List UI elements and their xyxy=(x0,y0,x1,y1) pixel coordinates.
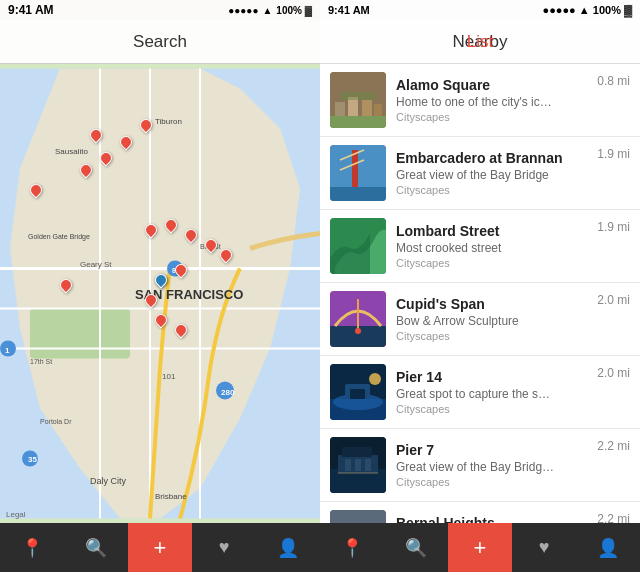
svg-text:17th St: 17th St xyxy=(30,358,52,365)
svg-point-49 xyxy=(369,373,381,385)
tab-search-left[interactable]: 🔍 xyxy=(64,523,128,572)
profile-icon-left: 👤 xyxy=(277,537,299,559)
map-pin-2[interactable] xyxy=(140,119,152,133)
tab-add-left[interactable]: + xyxy=(128,523,192,572)
nav-title-left: Search xyxy=(133,32,187,52)
wifi-icon-left: ▲ xyxy=(262,5,272,16)
map-pin-10[interactable] xyxy=(220,249,232,263)
list-item-alamo[interactable]: Alamo Square Home to one of the city's i… xyxy=(320,64,640,137)
map-pin-center[interactable] xyxy=(155,274,167,288)
bottom-tab-bar-left: 📍 🔍 + ♥ 👤 xyxy=(0,523,320,572)
map-pin-4[interactable] xyxy=(80,164,92,178)
map-pin-13[interactable] xyxy=(155,314,167,328)
item-name-pier14: Pier 14 xyxy=(396,369,593,385)
map-pin-12[interactable] xyxy=(145,294,157,308)
left-panel: 9:41 AM ●●●●● ▲ 100% ▓ Search xyxy=(0,0,320,572)
favorites-icon-left: ♥ xyxy=(219,537,230,558)
map-pin-15[interactable] xyxy=(30,184,42,198)
svg-rect-57 xyxy=(345,459,351,471)
map-pin-11[interactable] xyxy=(175,264,187,278)
svg-text:101: 101 xyxy=(162,372,176,381)
item-name-cupid: Cupid's Span xyxy=(396,296,593,312)
map-pin-8[interactable] xyxy=(185,229,197,243)
svg-text:Sausalito: Sausalito xyxy=(55,147,88,156)
wifi-icon-right: ▲ xyxy=(579,4,590,16)
list-button[interactable]: List xyxy=(467,32,493,52)
svg-rect-51 xyxy=(350,389,365,399)
item-info-alamo: Alamo Square Home to one of the city's i… xyxy=(396,77,593,123)
add-icon-right: + xyxy=(474,535,487,561)
map-icon-right: 📍 xyxy=(341,537,363,559)
status-bar-left: 9:41 AM ●●●●● ▲ 100% ▓ xyxy=(0,0,320,20)
list-item-bernal[interactable]: Bernal Heights Great views over the Miss… xyxy=(320,502,640,523)
item-dist-alamo: 0.8 mi xyxy=(597,72,630,88)
item-dist-cupid: 2.0 mi xyxy=(597,291,630,307)
tab-map-left[interactable]: 📍 xyxy=(0,523,64,572)
thumbnail-cupid xyxy=(330,291,386,347)
search-icon-left: 🔍 xyxy=(85,537,107,559)
item-name-lombard: Lombard Street xyxy=(396,223,593,239)
svg-rect-40 xyxy=(330,187,386,201)
map-pin-9[interactable] xyxy=(205,239,217,253)
svg-text:35: 35 xyxy=(28,455,37,464)
tab-add-right[interactable]: + xyxy=(448,523,512,572)
item-desc-alamo: Home to one of the city's icons, the Pai… xyxy=(396,95,556,109)
item-dist-pier14: 2.0 mi xyxy=(597,364,630,380)
map-pin-1[interactable] xyxy=(120,136,132,150)
tab-map-right[interactable]: 📍 xyxy=(320,523,384,572)
svg-text:1: 1 xyxy=(5,346,10,355)
map-pin-3[interactable] xyxy=(100,152,112,166)
list-item-pier7[interactable]: Pier 7 Great view of the Bay Bridge & th… xyxy=(320,429,640,502)
map-pin-7[interactable] xyxy=(165,219,177,233)
svg-rect-2 xyxy=(30,309,130,359)
item-info-embarcadero: Embarcadero at Brannan Great view of the… xyxy=(396,150,593,196)
map-icon-left: 📍 xyxy=(21,537,43,559)
item-info-pier14: Pier 14 Great spot to capture the sunris… xyxy=(396,369,593,415)
list-item-pier14[interactable]: Pier 14 Great spot to capture the sunris… xyxy=(320,356,640,429)
item-cat-cupid: Cityscapes xyxy=(396,330,593,342)
item-dist-pier7: 2.2 mi xyxy=(597,437,630,453)
nav-bar-right: List Nearby xyxy=(320,20,640,64)
list-item-embarcadero[interactable]: Embarcadero at Brannan Great view of the… xyxy=(320,137,640,210)
thumbnail-alamo xyxy=(330,72,386,128)
svg-text:Daly City: Daly City xyxy=(90,476,127,486)
map-svg: Geary St 280 101 SAN FRANCISCO Daly City… xyxy=(0,64,320,523)
tab-search-right[interactable]: 🔍 xyxy=(384,523,448,572)
battery-right: 100% ▓ xyxy=(593,4,632,16)
search-icon-right: 🔍 xyxy=(405,537,427,559)
item-info-cupid: Cupid's Span Bow & Arrow Sculpture Citys… xyxy=(396,296,593,342)
item-info-bernal: Bernal Heights Great views over the Miss… xyxy=(396,515,593,523)
svg-rect-59 xyxy=(365,459,371,471)
item-cat-pier7: Cityscapes xyxy=(396,476,593,488)
map-pin-14[interactable] xyxy=(175,324,187,338)
item-cat-pier14: Cityscapes xyxy=(396,403,593,415)
tab-favorites-right[interactable]: ♥ xyxy=(512,523,576,572)
svg-rect-60 xyxy=(330,510,386,523)
map-legal: Legal xyxy=(6,510,26,519)
list-item-cupid[interactable]: Cupid's Span Bow & Arrow Sculpture Citys… xyxy=(320,283,640,356)
right-panel: 9:41 AM ●●●●● ▲ 100% ▓ List Nearby xyxy=(320,0,640,572)
item-desc-lombard: Most crooked street xyxy=(396,241,556,255)
tab-profile-right[interactable]: 👤 xyxy=(576,523,640,572)
thumbnail-lombard xyxy=(330,218,386,274)
list-item-lombard[interactable]: Lombard Street Most crooked street Citys… xyxy=(320,210,640,283)
svg-rect-55 xyxy=(342,447,372,457)
item-desc-embarcadero: Great view of the Bay Bridge xyxy=(396,168,556,182)
tab-profile-left[interactable]: 👤 xyxy=(256,523,320,572)
nearby-list[interactable]: Alamo Square Home to one of the city's i… xyxy=(320,64,640,523)
status-bar-right: 9:41 AM ●●●●● ▲ 100% ▓ xyxy=(320,0,640,20)
item-name-pier7: Pier 7 xyxy=(396,442,593,458)
tab-favorites-left[interactable]: ♥ xyxy=(192,523,256,572)
svg-point-45 xyxy=(355,328,361,334)
item-desc-pier14: Great spot to capture the sunrise. xyxy=(396,387,556,401)
map-pin-16[interactable] xyxy=(60,279,72,293)
time-right: 9:41 AM xyxy=(328,4,370,16)
svg-text:Golden Gate Bridge: Golden Gate Bridge xyxy=(28,233,90,241)
map-pin-6[interactable] xyxy=(145,224,157,238)
item-cat-alamo: Cityscapes xyxy=(396,111,593,123)
map-container[interactable]: Geary St 280 101 SAN FRANCISCO Daly City… xyxy=(0,64,320,523)
signal-icon-right: ●●●●● xyxy=(543,4,576,16)
item-info-lombard: Lombard Street Most crooked street Citys… xyxy=(396,223,593,269)
item-dist-bernal: 2.2 mi xyxy=(597,510,630,523)
map-pin-5[interactable] xyxy=(90,129,102,143)
